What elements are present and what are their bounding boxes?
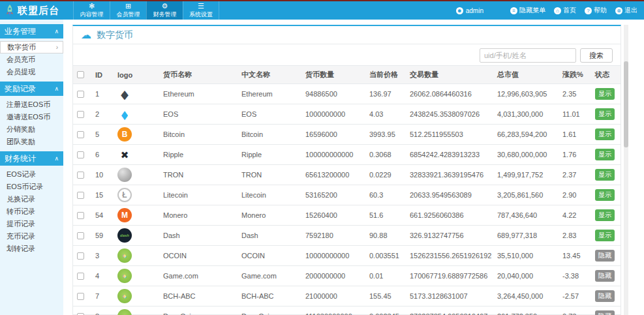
row-checkbox[interactable] [77, 91, 84, 98]
sidebar-section-header[interactable]: 业务管理 ∧ [0, 24, 63, 38]
cell-price: 136.97 [365, 84, 406, 104]
sidebar-section-header[interactable]: 奖励记录 ∧ [0, 82, 63, 96]
cell-name: Ethereum [159, 84, 238, 104]
scrollbar-thumb[interactable] [624, 61, 628, 147]
header-link[interactable]: ⊗ 退出 [615, 6, 637, 15]
cell-marketcap: 1,499,917,752 [493, 165, 559, 185]
sidebar-item[interactable]: 邀请送EOS币 [0, 111, 63, 123]
nav-item[interactable]: ✻ 内容管理 [73, 1, 110, 20]
nav-item[interactable]: ⚙ 财务管理 [146, 1, 183, 20]
row-checkbox[interactable] [77, 172, 84, 179]
cell-price: 0.3068 [365, 145, 406, 165]
sidebar-item[interactable]: 转币记录 [0, 205, 63, 218]
cell-volume: 512.2511955503 [406, 125, 493, 145]
coin-logo [117, 107, 132, 121]
sidebar-item[interactable]: 会员充币 [0, 53, 63, 66]
cell-change: 0.73 [559, 307, 591, 315]
header-link-label: 帮助 [594, 6, 607, 15]
sidebar: 业务管理 ∧ 数字货币 › 会员充币 会员提现 [0, 20, 63, 315]
cell-quantity: 21000000 [301, 286, 365, 307]
row-checkbox[interactable] [77, 273, 84, 280]
cloud-upload-icon [81, 30, 92, 40]
status-badge[interactable]: 显示 [595, 230, 615, 241]
sidebar-item[interactable]: 划转记录 [0, 243, 63, 255]
nav-item[interactable]: ⊞ 会员管理 [110, 1, 146, 20]
cell-change: 1.76 [559, 145, 591, 165]
row-checkbox[interactable] [77, 131, 84, 138]
select-all-checkbox[interactable] [77, 71, 84, 78]
status-badge[interactable]: 隐藏 [595, 270, 615, 282]
cell-price: 3993.95 [365, 125, 406, 145]
column-header: ID [91, 66, 114, 84]
header-link[interactable]: ≡ 隐藏菜单 [510, 6, 545, 15]
status-badge[interactable]: 隐藏 [595, 290, 615, 302]
status-badge[interactable]: 显示 [595, 189, 615, 201]
sidebar-section-header[interactable]: 财务统计 ∧ [0, 151, 63, 166]
cell-quantity: 1000000000 [301, 104, 365, 125]
currency-table: ID logo 货币名称 中文名称 货币数量 当前价格 交易数量 总市值 涨跌% [73, 65, 621, 315]
cell-price: 0.01 [365, 266, 406, 286]
header-link[interactable]: ? 帮助 [585, 6, 607, 15]
cell-quantity: 65613200000 [301, 165, 365, 185]
header-link[interactable]: ⌂ 首页 [554, 6, 576, 15]
status-badge[interactable]: 显示 [595, 88, 615, 100]
cell-name: TRON [159, 165, 238, 185]
nav-item-label: 内容管理 [80, 10, 104, 19]
header-right: ☻ admin ≡ 隐藏菜单 ⌂ 首页 ? 帮助 [456, 1, 644, 20]
status-badge[interactable]: 显示 [595, 169, 615, 181]
sidebar-section-items: 数字货币 › 会员充币 会员提现 [0, 40, 63, 82]
row-checkbox[interactable] [77, 192, 84, 199]
help-icon: ? [585, 7, 592, 14]
column-header: 交易数量 [406, 66, 493, 84]
cell-cname: Ripple [238, 145, 301, 165]
app-logo[interactable]: 联盟后台 [0, 1, 73, 20]
row-checkbox[interactable] [77, 293, 84, 300]
cell-change: 2.37 [559, 165, 591, 185]
cell-quantity: 94886500 [301, 84, 365, 104]
sidebar-item[interactable]: 兑换记录 [0, 193, 63, 205]
chevron-up-icon: ∧ [54, 28, 59, 35]
cell-volume: 26062.0864460316 [406, 84, 493, 104]
status-badge[interactable]: 显示 [595, 209, 615, 221]
search-input[interactable] [480, 48, 576, 63]
sidebar-item[interactable]: EOS记录 [0, 168, 63, 181]
row-checkbox[interactable] [77, 252, 84, 260]
column-header: 总市值 [493, 66, 559, 84]
search-button[interactable]: 搜索 [580, 48, 613, 63]
cell-quantity: 100000000000 [301, 145, 365, 165]
sidebar-item[interactable]: 团队奖励 [0, 136, 63, 148]
sidebar-item[interactable]: 提币记录 [0, 218, 63, 230]
cell-marketcap: 35,510,000 [493, 246, 559, 266]
admin-menu[interactable]: ☻ admin [456, 7, 483, 14]
row-checkbox[interactable] [77, 212, 84, 219]
cell-name: Monero [159, 205, 238, 226]
cell-volume: 6854242.4283913233 [406, 145, 493, 165]
snowflake-icon: ✻ [89, 3, 95, 10]
nav-item[interactable]: ☰ 系统设置 [183, 1, 219, 20]
status-badge[interactable]: 显示 [595, 128, 615, 140]
cell-cname: DogeCoin [238, 307, 301, 315]
nav-item-label: 会员管理 [117, 10, 140, 19]
sidebar-item[interactable]: 分销奖励 [0, 123, 63, 136]
sidebar-item[interactable]: 注册送EOS币 [0, 98, 63, 111]
cell-price: 0.002345 [365, 307, 406, 315]
cell-id: 7 [91, 286, 114, 307]
logout-icon: ⊗ [615, 7, 622, 14]
sidebar-item[interactable]: 数字货币 › [0, 41, 63, 53]
row-checkbox[interactable] [77, 232, 84, 239]
page-title-row: 数字货币 [73, 26, 621, 44]
sidebar-item[interactable]: 会员提现 [0, 66, 63, 78]
status-badge[interactable]: 隐藏 [595, 250, 615, 262]
sidebar-item[interactable]: EOS币记录 [0, 181, 63, 193]
row-checkbox[interactable] [77, 313, 84, 315]
cell-price: 0.0229 [365, 165, 406, 185]
status-badge[interactable]: 显示 [595, 108, 615, 120]
sidebar-item[interactable]: 充币记录 [0, 230, 63, 243]
status-badge[interactable]: 隐藏 [595, 310, 615, 315]
status-badge[interactable]: 显示 [595, 149, 615, 160]
hide-menu-icon: ≡ [510, 7, 517, 14]
row-checkbox[interactable] [77, 151, 84, 158]
row-checkbox[interactable] [77, 111, 84, 118]
coin-logo [117, 87, 132, 101]
cell-volume: 326.9132747756 [406, 226, 493, 246]
